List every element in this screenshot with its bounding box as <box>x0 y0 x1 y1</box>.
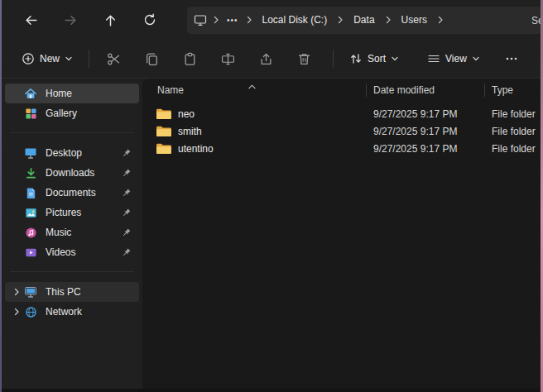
search-text: Se <box>531 15 541 26</box>
search-input[interactable]: Se <box>523 7 541 34</box>
new-label: New <box>40 53 60 65</box>
address-bar[interactable]: ••• Local Disk (C:) Data Users <box>187 7 533 34</box>
chevron-down-icon <box>391 55 399 63</box>
column-label: Name <box>157 84 184 96</box>
sidebar-item-label: This PC <box>46 286 119 298</box>
sort-icon <box>349 52 363 65</box>
sidebar-item-downloads[interactable]: Downloads <box>5 163 139 183</box>
pictures-icon <box>23 205 38 220</box>
sidebar-item-videos[interactable]: Videos <box>5 242 139 262</box>
file-name: smith <box>178 126 202 137</box>
sidebar-item-label: Music <box>46 227 119 238</box>
refresh-button[interactable] <box>137 7 163 33</box>
view-label: View <box>445 53 467 65</box>
column-header-row: Name Date modified Type <box>142 79 541 101</box>
sidebar-item-home[interactable]: Home <box>5 84 139 103</box>
more-options-icon <box>505 52 518 65</box>
breadcrumb-users[interactable]: Users <box>394 10 435 31</box>
sidebar-item-label: Documents <box>46 187 119 198</box>
delete-icon <box>297 52 311 66</box>
chevron-right-icon <box>334 16 346 24</box>
pin-icon <box>119 208 132 218</box>
breadcrumb-local-disk[interactable]: Local Disk (C:) <box>255 10 335 31</box>
navigation-sidebar: Home Gallery Deskt <box>2 79 142 389</box>
column-header-name[interactable]: Name <box>142 79 366 101</box>
new-button[interactable]: New <box>13 45 81 72</box>
file-type: File folder <box>485 108 541 120</box>
sidebar-item-label: Home <box>46 88 119 99</box>
file-rows: neo 9/27/2025 9:17 PM File folder smith … <box>142 105 541 157</box>
navigation-bar: ••• Local Disk (C:) Data Users Se <box>2 0 541 40</box>
delete-button[interactable] <box>287 45 320 72</box>
pin-icon <box>119 148 132 159</box>
copy-icon <box>145 52 159 66</box>
sidebar-separator <box>10 271 134 272</box>
chevron-right-icon <box>210 16 222 24</box>
sidebar-item-documents[interactable]: Documents <box>5 183 139 203</box>
file-explorer-screenshot: ••• Local Disk (C:) Data Users Se <box>0 0 543 392</box>
pin-icon <box>119 168 132 179</box>
command-toolbar: New <box>2 40 541 79</box>
chevron-right-icon <box>243 16 255 24</box>
column-header-type[interactable]: Type <box>484 84 541 97</box>
this-pc-icon <box>23 284 38 299</box>
column-header-date-modified[interactable]: Date modified <box>366 84 484 97</box>
file-date-modified: 9/27/2025 9:17 PM <box>366 108 485 120</box>
file-row-neo[interactable]: neo 9/27/2025 9:17 PM File folder <box>142 105 541 122</box>
share-button[interactable] <box>249 45 282 72</box>
file-type: File folder <box>485 126 541 137</box>
sidebar-item-music[interactable]: Music <box>5 222 139 242</box>
toolbar-separator <box>89 50 89 68</box>
copy-button[interactable] <box>135 45 168 72</box>
expand-chevron-icon[interactable] <box>10 288 23 296</box>
sidebar-item-label: Network <box>46 306 119 318</box>
paste-icon <box>183 52 197 66</box>
file-list-pane: Name Date modified Type <box>142 79 541 389</box>
file-date-modified: 9/27/2025 9:17 PM <box>366 126 485 137</box>
chevron-right-icon <box>435 16 446 24</box>
sidebar-item-this-pc[interactable]: This PC <box>5 282 139 302</box>
sidebar-separator <box>10 132 134 133</box>
sort-button[interactable]: Sort <box>341 45 407 72</box>
music-icon <box>23 225 38 240</box>
paste-button[interactable] <box>173 45 206 72</box>
cut-button[interactable] <box>97 45 130 72</box>
home-icon <box>23 86 38 101</box>
toolbar-separator <box>333 50 334 68</box>
file-name: neo <box>178 108 195 120</box>
sort-label: Sort <box>368 53 386 65</box>
file-type: File folder <box>485 143 541 155</box>
network-icon <box>23 304 38 319</box>
chevron-down-icon <box>472 55 480 63</box>
plus-circle-icon <box>22 52 35 65</box>
rename-button[interactable] <box>211 45 244 72</box>
monitor-icon <box>190 13 210 26</box>
chevron-down-icon <box>65 55 73 63</box>
forward-icon <box>64 13 78 27</box>
file-row-utentino[interactable]: utentino 9/27/2025 9:17 PM File folder <box>142 140 541 157</box>
back-button[interactable] <box>17 7 44 33</box>
column-label: Date modified <box>373 84 435 96</box>
view-button[interactable]: View <box>419 45 488 72</box>
desktop-icon <box>23 146 38 160</box>
sidebar-item-desktop[interactable]: Desktop <box>5 143 139 163</box>
sort-ascending-icon <box>248 80 256 92</box>
expand-chevron-icon[interactable] <box>10 308 23 316</box>
pin-icon <box>119 188 132 198</box>
cut-icon <box>107 52 121 66</box>
downloads-icon <box>23 165 38 180</box>
breadcrumb-overflow-button[interactable]: ••• <box>222 10 243 31</box>
sidebar-item-gallery[interactable]: Gallery <box>5 103 139 123</box>
up-button[interactable] <box>97 7 123 33</box>
sidebar-item-label: Gallery <box>46 108 119 119</box>
folder-icon <box>156 125 171 137</box>
file-row-smith[interactable]: smith 9/27/2025 9:17 PM File folder <box>142 122 541 140</box>
file-date-modified: 9/27/2025 9:17 PM <box>366 143 485 155</box>
more-options-button[interactable] <box>495 45 528 72</box>
column-label: Type <box>492 84 513 96</box>
sidebar-item-network[interactable]: Network <box>5 302 139 322</box>
sidebar-item-pictures[interactable]: Pictures <box>5 203 139 222</box>
file-explorer-window: ••• Local Disk (C:) Data Users Se <box>2 0 541 389</box>
forward-button[interactable] <box>57 7 84 33</box>
breadcrumb-data[interactable]: Data <box>346 10 382 31</box>
